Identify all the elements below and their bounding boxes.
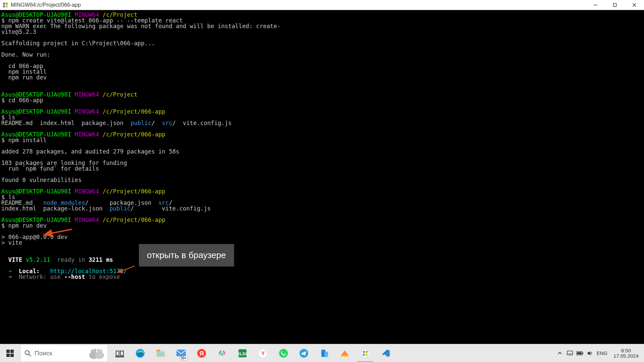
- excel-icon[interactable]: XLSX: [232, 344, 253, 362]
- svg-rect-52: [577, 352, 582, 354]
- svg-rect-27: [156, 350, 160, 352]
- output-line: found 0 vulnerabilities: [1, 177, 82, 183]
- svg-rect-12: [6, 354, 10, 357]
- svg-point-45: [363, 354, 365, 356]
- mail-badge: 99+: [179, 356, 188, 360]
- svg-text:Я: Я: [199, 350, 204, 357]
- tray-volume-icon[interactable]: [586, 350, 594, 357]
- tray-lang[interactable]: ENG: [596, 350, 607, 356]
- vite-ready-ms: 3211 ms: [89, 256, 113, 263]
- svg-rect-13: [10, 354, 14, 357]
- svg-point-46: [366, 354, 368, 356]
- taskbar: Поиск 99+ Я XLSX Y ENG 8:50 17.05.2024: [0, 344, 644, 362]
- cmd-line: $ npm install: [1, 137, 47, 143]
- tray-battery-icon[interactable]: [576, 350, 584, 357]
- edge-icon[interactable]: [130, 344, 150, 362]
- whatsapp-icon[interactable]: [273, 344, 293, 362]
- output-line: index.html package-lock.json: [1, 205, 110, 212]
- prompt-path: /c/Project/066-app: [103, 131, 165, 138]
- svg-rect-51: [583, 353, 583, 354]
- search-icon: [24, 350, 31, 357]
- mingw-icon: [3, 2, 8, 8]
- output-line: npm WARN exec The following package was …: [1, 23, 280, 29]
- dir-name: public: [110, 205, 130, 212]
- taskbar-search[interactable]: Поиск: [20, 344, 108, 362]
- svg-rect-10: [6, 350, 10, 353]
- output-line: npm run dev: [1, 74, 47, 81]
- svg-point-17: [95, 352, 104, 359]
- prompt-path: /c/Project/066-app: [103, 188, 165, 195]
- network-label: Network: use: [19, 274, 64, 280]
- tray-touchpad-icon[interactable]: [566, 350, 574, 357]
- output-line: README.md index.html package.json: [1, 120, 130, 126]
- vscode-icon[interactable]: [375, 344, 396, 362]
- prompt-shell: MINGW64: [75, 108, 99, 115]
- yandex-icon[interactable]: Я: [191, 344, 212, 362]
- tray-chevron-up-icon[interactable]: [556, 350, 564, 357]
- prompt-shell: MINGW64: [75, 217, 99, 223]
- prompt-shell: MINGW64: [75, 131, 99, 138]
- svg-point-19: [94, 349, 96, 353]
- svg-point-32: [220, 353, 224, 356]
- cmd-line: $ cd 066-app: [1, 97, 43, 104]
- svg-point-37: [279, 349, 288, 358]
- arrow-icon: ➜: [1, 274, 19, 280]
- window-controls: [586, 0, 644, 10]
- vite-name: VITE: [8, 256, 22, 263]
- minimize-button[interactable]: [586, 0, 605, 10]
- cmd-line: $ npm run dev: [1, 222, 47, 229]
- app-orange-icon[interactable]: [334, 344, 355, 362]
- vite-version: v5.2.11: [26, 256, 50, 263]
- window-titlebar: MINGW64:/c/Project/066-app: [0, 0, 644, 10]
- svg-rect-23: [120, 351, 123, 356]
- svg-rect-3: [6, 5, 8, 7]
- svg-rect-41: [340, 356, 349, 357]
- svg-rect-24: [115, 356, 124, 357]
- mail-icon[interactable]: 99+: [171, 344, 191, 362]
- prompt-shell: MINGW64: [75, 91, 99, 98]
- system-tray: ENG 8:50 17.05.2024: [556, 348, 644, 359]
- prompt-shell: MINGW64: [75, 188, 99, 195]
- tray-time: 8:50: [613, 348, 639, 353]
- svg-point-44: [366, 351, 368, 353]
- tray-clock[interactable]: 8:50 17.05.2024: [610, 348, 642, 359]
- svg-text:XLSX: XLSX: [238, 352, 247, 356]
- svg-rect-2: [3, 5, 5, 7]
- dir-name: public: [130, 120, 151, 126]
- svg-rect-28: [157, 352, 164, 356]
- svg-point-18: [91, 349, 94, 353]
- svg-point-43: [363, 351, 365, 353]
- terminal-output[interactable]: Asus@DESKTOP-UJAU90I MINGW64 /c/Project …: [0, 10, 644, 344]
- annotation-label: открыть в браузере: [139, 244, 234, 266]
- svg-rect-1: [6, 3, 8, 5]
- tray-date: 17.05.2024: [613, 353, 639, 359]
- svg-point-21: [100, 349, 102, 353]
- svg-point-14: [25, 351, 29, 355]
- close-button[interactable]: [625, 0, 644, 10]
- search-placeholder: Поиск: [35, 350, 52, 357]
- maximize-button[interactable]: [605, 0, 625, 10]
- svg-text:Y: Y: [261, 351, 265, 356]
- output-line: > vite: [1, 239, 22, 246]
- copilot-icon[interactable]: [212, 344, 232, 362]
- search-decoration-icon: [88, 347, 106, 360]
- svg-point-20: [97, 349, 100, 353]
- output-line: added 278 packages, and audited 279 pack…: [1, 148, 179, 155]
- svg-line-15: [29, 354, 31, 356]
- git-bash-icon[interactable]: [355, 344, 375, 362]
- explorer-icon[interactable]: [150, 344, 171, 362]
- phonelink-icon[interactable]: [314, 344, 334, 362]
- svg-rect-40: [325, 352, 328, 357]
- prompt-path: /c/Project/066-app: [103, 217, 165, 223]
- telegram-icon[interactable]: [293, 344, 314, 362]
- window-title: MINGW64:/c/Project/066-app: [11, 2, 81, 8]
- start-button[interactable]: [0, 344, 20, 362]
- output-line: vite@5.2.3: [1, 28, 36, 35]
- output-line: Scaffolding project in C:\Project\066-ap…: [1, 40, 155, 47]
- taskbar-pinned-apps: 99+ Я XLSX Y: [109, 344, 396, 362]
- yandex-browser-icon[interactable]: Y: [253, 344, 273, 362]
- svg-rect-5: [613, 3, 616, 6]
- prompt-path: /c/Project/066-app: [103, 108, 165, 115]
- svg-rect-29: [176, 350, 186, 356]
- task-view-button[interactable]: [109, 344, 130, 362]
